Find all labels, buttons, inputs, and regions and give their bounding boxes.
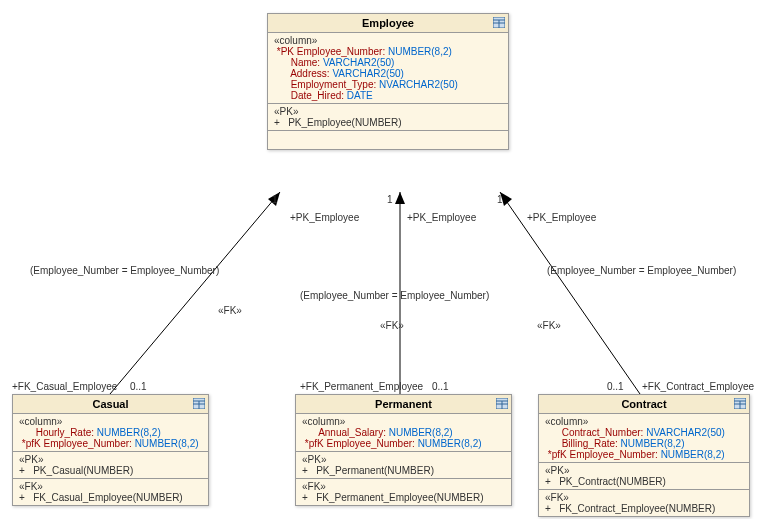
column-row: *pfK Employee_Number: NUMBER(8,2) — [302, 438, 505, 449]
entity-title: Contract — [621, 398, 666, 410]
table-icon — [734, 398, 746, 409]
label-fk-end-contract: +FK_Contract_Employee — [642, 381, 754, 392]
label-one: 1 — [387, 194, 393, 205]
entity-casual[interactable]: Casual «column» Hourly_Rate: NUMBER(8,2)… — [12, 394, 209, 506]
label-pk-end: +PK_Employee — [527, 212, 596, 223]
label-fk-stereotype: «FK» — [537, 320, 561, 331]
pk-section: «PK» + PK_Contract(NUMBER) — [539, 463, 749, 490]
entity-header: Casual — [13, 395, 208, 414]
pk-line: + PK_Casual(NUMBER) — [19, 465, 202, 476]
label-fk-stereotype: «FK» — [218, 305, 242, 316]
fk-section: «FK» + FK_Casual_Employee(NUMBER) — [13, 479, 208, 505]
label-fk-end-permanent: +FK_Permanent_Employee — [300, 381, 423, 392]
label-multiplicity: 0..1 — [130, 381, 147, 392]
label-pk-end: +PK_Employee — [407, 212, 476, 223]
column-row: *pfK Employee_Number: NUMBER(8,2) — [545, 449, 743, 460]
label-join-condition: (Employee_Number = Employee_Number) — [547, 265, 736, 276]
entity-title: Permanent — [375, 398, 432, 410]
table-icon — [193, 398, 205, 409]
label-multiplicity: 0..1 — [432, 381, 449, 392]
column-stereotype: «column» — [19, 416, 202, 427]
label-pk-end: +PK_Employee — [290, 212, 359, 223]
svg-line-0 — [110, 192, 280, 394]
fk-section: «FK» + FK_Permanent_Employee(NUMBER) — [296, 479, 511, 505]
entity-header: Employee — [268, 14, 508, 33]
label-fk-end-casual: +FK_Casual_Employee — [12, 381, 117, 392]
pk-line: + PK_Employee(NUMBER) — [274, 117, 502, 128]
column-row: Hourly_Rate: NUMBER(8,2) — [19, 427, 202, 438]
pk-section: «PK» + PK_Permanent(NUMBER) — [296, 452, 511, 479]
column-row: Address: VARCHAR2(50) — [274, 68, 502, 79]
pk-stereotype: «PK» — [274, 106, 502, 117]
entity-header: Contract — [539, 395, 749, 414]
column-row: Date_Hired: DATE — [274, 90, 502, 101]
label-join-condition: (Employee_Number = Employee_Number) — [300, 290, 489, 301]
entity-title: Casual — [92, 398, 128, 410]
table-icon — [493, 17, 505, 28]
column-row: *pfK Employee_Number: NUMBER(8,2) — [19, 438, 202, 449]
columns-section: «column» Contract_Number: NVARCHAR2(50) … — [539, 414, 749, 463]
column-stereotype: «column» — [302, 416, 505, 427]
pk-stereotype: «PK» — [545, 465, 743, 476]
pk-section: «PK» + PK_Casual(NUMBER) — [13, 452, 208, 479]
pk-line: + PK_Contract(NUMBER) — [545, 476, 743, 487]
fk-stereotype: «FK» — [19, 481, 202, 492]
columns-section: «column» Annual_Salary: NUMBER(8,2) *pfK… — [296, 414, 511, 452]
pk-stereotype: «PK» — [302, 454, 505, 465]
label-one: 1 — [497, 194, 503, 205]
fk-line: + FK_Casual_Employee(NUMBER) — [19, 492, 202, 503]
column-row: *PK Employee_Number: NUMBER(8,2) — [274, 46, 502, 57]
column-stereotype: «column» — [545, 416, 743, 427]
column-row: Employment_Type: NVARCHAR2(50) — [274, 79, 502, 90]
columns-section: «column» Hourly_Rate: NUMBER(8,2) *pfK E… — [13, 414, 208, 452]
fk-stereotype: «FK» — [545, 492, 743, 503]
column-row: Name: VARCHAR2(50) — [274, 57, 502, 68]
fk-line: + FK_Permanent_Employee(NUMBER) — [302, 492, 505, 503]
column-row: Contract_Number: NVARCHAR2(50) — [545, 427, 743, 438]
empty-section — [268, 131, 508, 149]
fk-line: + FK_Contract_Employee(NUMBER) — [545, 503, 743, 514]
pk-stereotype: «PK» — [19, 454, 202, 465]
label-fk-stereotype: «FK» — [380, 320, 404, 331]
table-icon — [496, 398, 508, 409]
entity-title: Employee — [362, 17, 414, 29]
label-multiplicity: 0..1 — [607, 381, 624, 392]
column-stereotype: «column» — [274, 35, 502, 46]
entity-permanent[interactable]: Permanent «column» Annual_Salary: NUMBER… — [295, 394, 512, 506]
fk-section: «FK» + FK_Contract_Employee(NUMBER) — [539, 490, 749, 516]
fk-stereotype: «FK» — [302, 481, 505, 492]
svg-marker-3 — [395, 192, 405, 204]
pk-section: «PK» + PK_Employee(NUMBER) — [268, 104, 508, 131]
entity-employee[interactable]: Employee «column» *PK Employee_Number: N… — [267, 13, 509, 150]
label-one: 1 — [272, 194, 278, 205]
entity-header: Permanent — [296, 395, 511, 414]
column-row: Annual_Salary: NUMBER(8,2) — [302, 427, 505, 438]
pk-line: + PK_Permanent(NUMBER) — [302, 465, 505, 476]
label-join-condition: (Employee_Number = Employee_Number) — [30, 265, 219, 276]
column-row: Billing_Rate: NUMBER(8,2) — [545, 438, 743, 449]
entity-contract[interactable]: Contract «column» Contract_Number: NVARC… — [538, 394, 750, 517]
columns-section: «column» *PK Employee_Number: NUMBER(8,2… — [268, 33, 508, 104]
